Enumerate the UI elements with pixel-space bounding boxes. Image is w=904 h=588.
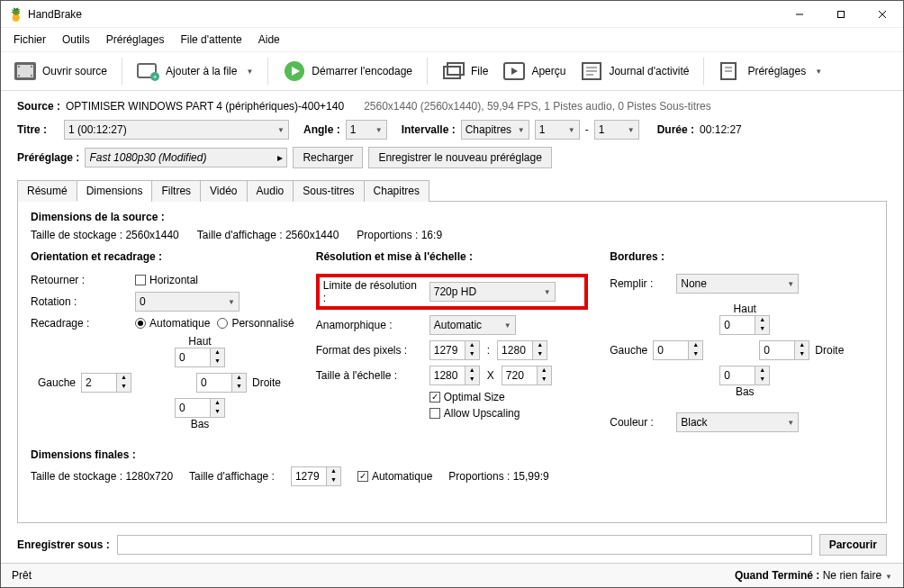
preset-select[interactable]: Fast 1080p30 (Modified)▸ [85,148,287,167]
tab-summary[interactable]: Résumé [17,180,77,202]
toolbar-presets-label: Préréglages [747,65,806,77]
status-text: Prêt [12,569,32,582]
border-bottom-input[interactable]: ▲▼ [719,366,770,385]
separator [703,58,704,85]
angle-select[interactable]: 1▼ [346,120,387,140]
toolbar-preview[interactable]: Aperçu [497,58,571,85]
title-select[interactable]: 1 (00:12:27)▼ [64,120,289,140]
final-par: Proportions : 15,99:9 [448,470,548,483]
toolbar-activity[interactable]: Journal d'activité [574,58,694,85]
res-limit-select[interactable]: 720p HD▼ [429,282,556,302]
menu-queue[interactable]: File d'attente [173,30,249,50]
tab-chapters[interactable]: Chapitres [364,180,429,202]
range-label: Intervalle : [402,123,456,136]
toolbar-activity-label: Journal d'activité [609,65,689,77]
border-color-select[interactable]: Black▼ [676,412,799,432]
browse-button[interactable]: Parcourir [819,534,887,556]
maximize-button[interactable] [820,1,862,28]
chevron-down-icon: ▼ [224,298,235,306]
save-preset-button[interactable]: Enregistrer le nouveau préréglage [368,147,551,168]
menu-presets[interactable]: Préréglages [99,30,172,50]
source-dims-heading: Dimensions de la source : [31,211,873,223]
minimize-button[interactable] [779,1,820,28]
src-storage-size: Taille de stockage : 2560x1440 [31,229,179,241]
tab-dimensions[interactable]: Dimensions [77,180,153,202]
chevron-down-icon: ▼ [624,126,635,134]
orientation-heading: Orientation et recadrage : [31,250,294,263]
svg-rect-15 [444,67,460,78]
when-done-label: Quand Terminé : [735,569,819,582]
toolbar-open-source-label: Ouvrir source [42,65,107,77]
border-top-label: Haut [673,303,817,315]
range-type-select[interactable]: Chapitres▼ [461,120,529,140]
queue-add-icon: + [137,61,160,81]
cropping-auto-radio[interactable]: Automatique [135,317,210,330]
allow-upscaling-checkbox[interactable]: Allow Upscaling [429,407,589,420]
toolbar-file-label: File [471,65,488,77]
separator [427,58,428,85]
menubar: Fichier Outils Préréglages File d'attent… [1,28,903,52]
tab-audio[interactable]: Audio [247,180,294,202]
log-icon [580,61,603,81]
rotation-select[interactable]: 0▼ [135,292,240,312]
chevron-down-icon: ▼ [565,126,575,134]
anamorphic-label: Anamorphique : [316,319,422,331]
fill-select[interactable]: None▼ [676,274,799,294]
flip-horizontal-checkbox[interactable]: Horizontal [135,274,198,286]
border-top-input[interactable]: ▲▼ [719,315,770,335]
tab-video[interactable]: Vidéo [200,180,247,202]
chevron-down-icon: ▼ [811,68,822,76]
range-to-select[interactable]: 1▼ [594,120,639,140]
toolbar-presets[interactable]: Préréglages ▼ [713,58,827,85]
border-bottom-label: Bas [673,385,817,398]
toolbar-start-encode[interactable]: Démarrer l'encodage [277,58,418,85]
toolbar-file[interactable]: File [437,58,493,85]
play-icon [283,61,306,81]
source-name: OPTIMISER WINDOWS PART 4 (périphériques)… [66,100,344,113]
film-icon [14,61,37,81]
menu-tools[interactable]: Outils [55,30,97,50]
title-label: Titre : [17,123,59,136]
crop-left-input[interactable]: ▲▼ [81,373,131,393]
reload-preset-button[interactable]: Recharger [293,147,363,168]
final-display-label: Taille d'affichage : [189,470,275,483]
save-as-input[interactable] [117,535,812,555]
separator [267,58,268,85]
tab-filters[interactable]: Filtres [151,180,201,202]
pa-height-input[interactable]: ▲▼ [497,340,547,360]
svg-rect-1 [838,11,845,17]
cropping-label: Recadrage : [31,317,128,330]
src-display-size: Taille d'affichage : 2560x1440 [197,229,339,241]
menu-file[interactable]: Fichier [6,30,53,50]
border-left-input[interactable]: ▲▼ [653,340,703,360]
crop-top-input[interactable]: ▲▼ [175,348,225,367]
scaled-width-input[interactable]: ▲▼ [429,366,480,385]
cropping-custom-radio[interactable]: Personnalisé [217,317,294,330]
crop-bottom-input[interactable]: ▲▼ [175,398,225,418]
menu-help[interactable]: Aide [251,30,287,50]
final-display-input[interactable]: ▲▼ [291,466,341,486]
border-right-input[interactable]: ▲▼ [759,340,809,360]
chevron-down-icon: ▼ [540,288,551,296]
crop-bottom-label: Bas [128,418,272,430]
anamorphic-select[interactable]: Automatic▼ [429,315,516,335]
crop-right-input[interactable]: ▲▼ [196,373,247,393]
final-auto-checkbox[interactable]: ✓Automatique [357,470,432,483]
crop-left-label: Gauche [38,376,76,389]
range-from-select[interactable]: 1▼ [535,120,580,140]
toolbar-open-source[interactable]: Ouvrir source [8,58,113,85]
pa-width-input[interactable]: ▲▼ [429,340,480,360]
pixel-aspect-label: Format des pixels : [316,344,422,357]
toolbar-add-to-queue[interactable]: + Ajouter à la file ▼ [131,58,258,85]
svg-text:+: + [153,73,158,81]
when-done-dropdown[interactable]: Ne rien faire▼ [823,569,892,582]
scaled-height-input[interactable]: ▲▼ [502,366,552,385]
toolbar-add-to-queue-label: Ajouter à la file [166,65,237,77]
tab-subtitles[interactable]: Sous-titres [293,180,364,202]
chevron-down-icon: ▼ [783,280,794,288]
border-left-label: Gauche [610,344,647,357]
close-button[interactable] [862,1,903,28]
optimal-size-checkbox[interactable]: ✓Optimal Size [429,391,589,403]
dimensions-panel: Dimensions de la source : Taille de stoc… [17,202,887,523]
crop-right-label: Droite [252,376,281,389]
